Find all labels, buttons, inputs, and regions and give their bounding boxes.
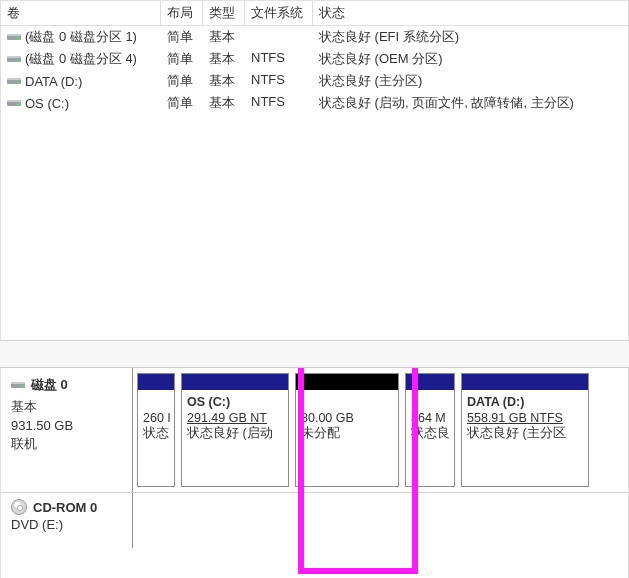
partition-box[interactable]: OS (C:)291.49 GB NT状态良好 (启动 (181, 373, 289, 487)
volume-type: 基本 (203, 93, 245, 113)
disk-row-cdrom0[interactable]: CD-ROM 0 DVD (E:) (1, 493, 628, 548)
drive-icon (7, 54, 21, 64)
volume-name: (磁盘 0 磁盘分区 1) (25, 28, 137, 46)
cdrom-icon (11, 499, 27, 515)
partition-color-bar (296, 374, 398, 390)
svg-point-5 (17, 60, 19, 62)
svg-rect-10 (7, 100, 21, 102)
volume-layout: 简单 (161, 93, 203, 113)
partition-box[interactable]: 80.00 GB未分配 (295, 373, 399, 487)
volume-filesystem (245, 27, 313, 47)
disk-status: 联机 (11, 435, 124, 453)
partition-color-bar (462, 374, 588, 390)
volume-layout: 简单 (161, 71, 203, 91)
volume-status: 状态良好 (主分区) (313, 71, 628, 91)
disk-type: 基本 (11, 398, 124, 416)
volume-list-header: 卷 布局 类型 文件系统 状态 (1, 1, 628, 26)
partition-label: DATA (D:) (467, 395, 583, 411)
col-header-layout[interactable]: 布局 (161, 1, 203, 25)
drive-icon (7, 98, 21, 108)
partition-size: 558.91 GB NTFS (467, 411, 583, 427)
volume-layout: 简单 (161, 27, 203, 47)
volume-name: (磁盘 0 磁盘分区 4) (25, 50, 137, 68)
volume-status: 状态良好 (启动, 页面文件, 故障转储, 主分区) (313, 93, 628, 113)
disk-title-text: 磁盘 0 (31, 376, 68, 394)
volume-name: OS (C:) (25, 96, 69, 111)
volume-filesystem: NTFS (245, 93, 313, 113)
drive-icon (7, 32, 21, 42)
partition-status: 状态良好 (启动 (187, 426, 283, 442)
volume-type: 基本 (203, 27, 245, 47)
partition-status: 状态良 (411, 426, 449, 442)
partition-size: 864 M (411, 411, 449, 427)
cdrom-title-text: CD-ROM 0 (33, 500, 97, 515)
volume-row[interactable]: (磁盘 0 磁盘分区 4)简单基本NTFS状态良好 (OEM 分区) (1, 48, 628, 70)
partition-status: 状态良好 (主分区 (467, 426, 583, 442)
disk-capacity: 931.50 GB (11, 418, 124, 433)
volume-type: 基本 (203, 49, 245, 69)
partition-box[interactable]: 864 M状态良 (405, 373, 455, 487)
partition-size: 80.00 GB (301, 411, 393, 427)
partition-color-bar (182, 374, 288, 390)
partition-status: 未分配 (301, 426, 393, 442)
disk-map-pane: 磁盘 0 基本 931.50 GB 联机 260 I状态OS (C:)291.4… (0, 368, 629, 578)
disk-icon (11, 380, 25, 390)
disk-row-disk0[interactable]: 磁盘 0 基本 931.50 GB 联机 260 I状态OS (C:)291.4… (1, 368, 628, 493)
svg-point-14 (21, 386, 23, 388)
partition-color-bar (406, 374, 454, 390)
col-header-filesystem[interactable]: 文件系统 (245, 1, 313, 25)
disk-info-disk0[interactable]: 磁盘 0 基本 931.50 GB 联机 (1, 368, 133, 492)
volume-type: 基本 (203, 71, 245, 91)
volume-row[interactable]: DATA (D:)简单基本NTFS状态良好 (主分区) (1, 70, 628, 92)
volume-name: DATA (D:) (25, 74, 82, 89)
partition-status: 状态 (143, 426, 169, 442)
svg-point-11 (17, 104, 19, 106)
volume-row[interactable]: OS (C:)简单基本NTFS状态良好 (启动, 页面文件, 故障转储, 主分区… (1, 92, 628, 114)
partition-size: 260 I (143, 411, 169, 427)
volume-row[interactable]: (磁盘 0 磁盘分区 1)简单基本状态良好 (EFI 系统分区) (1, 26, 628, 48)
partition-box[interactable]: 260 I状态 (137, 373, 175, 487)
drive-icon (7, 76, 21, 86)
svg-rect-13 (11, 382, 25, 384)
svg-rect-1 (7, 34, 21, 36)
partition-label: OS (C:) (187, 395, 283, 411)
volume-filesystem: NTFS (245, 49, 313, 69)
partition-size: 291.49 GB NT (187, 411, 283, 427)
col-header-type[interactable]: 类型 (203, 1, 245, 25)
volume-filesystem: NTFS (245, 71, 313, 91)
partition-color-bar (138, 374, 174, 390)
partition-box[interactable]: DATA (D:)558.91 GB NTFS状态良好 (主分区 (461, 373, 589, 487)
col-header-volume[interactable]: 卷 (1, 1, 161, 25)
volume-status: 状态良好 (EFI 系统分区) (313, 27, 628, 47)
svg-rect-7 (7, 78, 21, 80)
pane-splitter[interactable] (0, 340, 629, 368)
disk-info-cdrom0[interactable]: CD-ROM 0 DVD (E:) (1, 493, 133, 548)
volume-layout: 简单 (161, 49, 203, 69)
svg-point-2 (17, 38, 19, 40)
svg-rect-4 (7, 56, 21, 58)
col-header-status[interactable]: 状态 (313, 1, 628, 25)
volume-status: 状态良好 (OEM 分区) (313, 49, 628, 69)
svg-point-8 (17, 82, 19, 84)
volume-list: 卷 布局 类型 文件系统 状态 (磁盘 0 磁盘分区 1)简单基本状态良好 (E… (0, 0, 629, 340)
cdrom-drive-letter: DVD (E:) (11, 517, 124, 532)
